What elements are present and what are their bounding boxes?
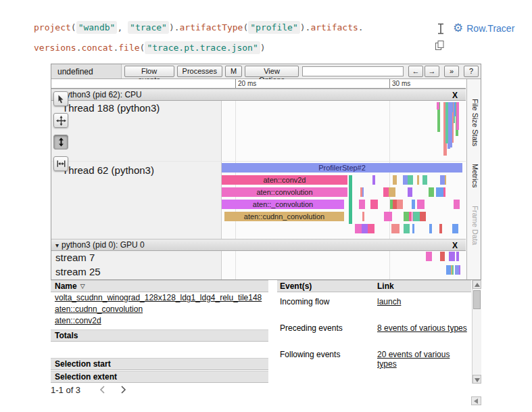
timing-tool-button[interactable] [53,156,68,171]
trace-event-bar[interactable] [417,200,425,209]
name-header-label: Name [55,281,77,292]
trace-event-bar[interactable] [404,212,409,221]
trace-event-bar[interactable] [412,200,415,209]
scrollbar-thumb[interactable] [473,290,481,309]
trace-event-bar[interactable] [446,265,451,275]
timeline-ruler[interactable]: 20 ms30 ms [51,79,466,89]
cpu-close-button[interactable]: X [452,91,458,100]
trace-event-bar[interactable] [450,102,452,147]
trace-event-bar[interactable] [408,187,412,197]
trace-event-bar[interactable] [362,224,368,233]
details-scrollbar[interactable] [472,280,481,384]
gpu-track-header[interactable]: ▾ python3 (pid 0): GPU 0 X [51,239,466,251]
trace-event-bar[interactable] [396,200,403,209]
row-tracer-label[interactable]: Row.Tracer [466,23,514,34]
trace-event-bar[interactable] [372,175,375,185]
trace-event-bar[interactable] [384,212,392,221]
trace-event-bar[interactable] [368,224,374,233]
trace-event-bar[interactable] [362,187,364,197]
trace-event-bar[interactable] [455,265,459,275]
corner-scrollbar[interactable] [471,396,481,405]
trace-event-bar[interactable] [449,252,454,261]
event-row-label: Following events [277,350,377,369]
gpu-close-button[interactable]: X [452,241,458,250]
trace-event-bar[interactable] [454,252,455,261]
trace-search-input[interactable] [302,66,404,76]
selection-tool-button[interactable] [53,91,68,106]
trace-event-bar[interactable] [391,224,400,233]
toolbar-button-m[interactable]: M [225,66,242,77]
nav-forward-button[interactable]: → [425,66,439,77]
trace-event-bar[interactable] [452,224,458,233]
event-row-link[interactable]: 20 events of various types [377,350,471,369]
events-column-header: Event(s) [277,281,377,292]
trace-span-aten-conv2d[interactable]: aten::conv2d [222,175,347,185]
trace-event-bar[interactable] [429,224,432,233]
nav-help-button[interactable]: ? [464,66,479,77]
toolbar-button-processes[interactable]: Processes [177,66,222,77]
toolbar-button-flow-events[interactable]: Flow events [124,66,174,77]
gear-icon[interactable]: ⚙ [453,22,463,35]
trace-event-bar[interactable] [359,200,365,209]
trace-event-bar[interactable] [389,187,395,197]
totals-row[interactable]: Totals [51,329,268,342]
trace-event-bar[interactable] [440,252,445,261]
prev-page-button[interactable] [98,384,109,395]
side-tab-file-size-stats[interactable]: File Size Stats [468,90,482,155]
scroll-down-icon[interactable] [473,375,481,384]
trace-event-bar[interactable] [456,102,459,130]
trace-event-bar[interactable] [440,175,445,185]
code-line-2: versions.concat.file("trace.pt.trace.jso… [34,38,364,58]
trace-span-aten-convolution[interactable]: aten::convolution [222,187,347,197]
copy-icon[interactable] [435,40,445,53]
trace-span-aten-convolution[interactable]: aten::_convolution [222,200,344,209]
zoom-tool-button[interactable] [53,135,68,150]
trace-event-bar[interactable] [454,102,456,116]
trace-event-bar[interactable] [429,187,434,197]
trace-span-aten-cudnn-convolution[interactable]: aten::cudnn_convolution [224,212,344,221]
next-page-button[interactable] [118,384,129,395]
trace-event-bar[interactable] [417,175,419,185]
trace-span-profilerstep-2[interactable]: ProfilerStep#2 [222,163,462,173]
trace-event-bar[interactable] [429,252,432,261]
trace-event-bar[interactable] [420,212,426,221]
code-token: file [118,43,139,53]
name-link[interactable]: aten::conv2d [55,316,101,325]
trace-event-bar[interactable] [404,224,410,233]
pan-tool-button[interactable] [53,113,68,128]
name-column-header[interactable]: Name ▽ [51,280,268,292]
event-row: Preceding events8 events of various type… [277,323,471,333]
scroll-up-icon[interactable] [473,280,481,289]
event-row-link[interactable]: launch [377,297,471,306]
row-tracer-control[interactable]: ⚙ Row.Tracer [453,22,514,35]
trace-event-bar[interactable] [362,212,364,221]
trace-event-bar[interactable] [456,252,459,261]
trace-event-bar[interactable] [355,224,362,233]
trace-event-bar[interactable] [422,175,427,185]
collapse-icon[interactable]: ▾ [55,242,59,249]
trace-event-bar[interactable] [349,175,352,224]
timeline-tracks[interactable]: ▾ python3 (pid 62): CPU X Thread 188 (py… [51,89,466,279]
nav-more-button[interactable]: » [444,66,459,77]
trace-event-bar[interactable] [439,224,442,233]
side-tab-metrics[interactable]: Metrics [468,155,482,196]
trace-event-bar[interactable] [437,102,439,110]
trace-event-bar[interactable] [410,175,412,185]
name-link[interactable]: aten::cudnn_convolution [55,304,143,314]
trace-event-bar[interactable] [393,175,397,185]
name-link[interactable]: volta_scudnn_winograd_128x128_ldg1_ldg4_… [55,293,262,302]
toolbar-button-view-options[interactable]: View Options [245,66,299,77]
trace-event-bar[interactable] [403,175,408,185]
trace-event-bar[interactable] [436,187,443,197]
trace-event-bar[interactable] [412,224,414,233]
nav-back-button[interactable]: ← [408,66,423,77]
trace-event-bar[interactable] [393,200,397,209]
trace-event-bar[interactable] [370,200,378,209]
side-tab-frame-data[interactable]: Frame Data [468,197,482,254]
event-row-label: Incoming flow [277,297,377,306]
trace-event-bar[interactable] [454,200,460,209]
cpu-track-header[interactable]: ▾ python3 (pid 62): CPU X [51,89,466,101]
trace-event-bar[interactable] [445,102,448,143]
event-row-link[interactable]: 8 events of various types [377,323,471,333]
row-separator [51,161,466,162]
